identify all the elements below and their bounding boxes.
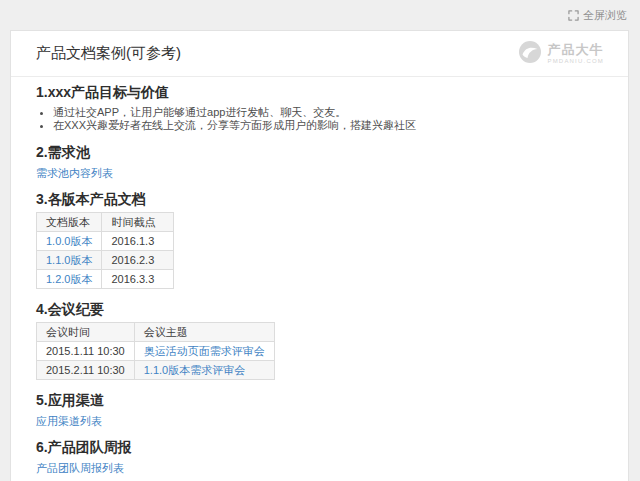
table-row: 1.1.0版本 2016.2.3 <box>37 251 174 270</box>
table-cell: 2016.2.3 <box>102 251 174 270</box>
goals-bullet-list: 通过社交APP，让用户能够通过app进行发帖、聊天、交友。 在XXX兴趣爱好者在… <box>36 106 603 132</box>
list-item: 通过社交APP，让用户能够通过app进行发帖、聊天、交友。 <box>53 106 603 119</box>
table-row: 2015.1.11 10:30 奥运活动页面需求评审会 <box>37 342 275 361</box>
version-doc-link[interactable]: 1.0.0版本 <box>46 235 92 247</box>
column-header: 文档版本 <box>37 213 102 232</box>
document-card: 产品文档案例(可参考) 产品大牛 PMDANIU.COM 1.xxx产品目标与价… <box>10 30 629 481</box>
version-doc-link[interactable]: 1.1.0版本 <box>46 254 92 266</box>
section-heading-channels: 5.应用渠道 <box>36 393 603 408</box>
version-docs-table: 文档版本 时间截点 1.0.0版本 2016.1.3 1.1.0版本 2016.… <box>36 212 174 289</box>
section-heading-weekly: 6.产品团队周报 <box>36 440 603 455</box>
column-header: 时间截点 <box>102 213 174 232</box>
fullscreen-label: 全屏浏览 <box>583 8 627 23</box>
meeting-link[interactable]: 1.1.0版本需求评审会 <box>144 364 245 376</box>
card-header: 产品文档案例(可参考) 产品大牛 PMDANIU.COM <box>11 31 628 77</box>
page: 全屏浏览 产品文档案例(可参考) 产品大牛 PMDANIU.COM 1.xxx产 <box>0 0 640 481</box>
logo-text: 产品大牛 <box>547 43 604 56</box>
fullscreen-expand-icon <box>568 10 579 21</box>
table-cell: 2015.2.11 10:30 <box>37 361 135 380</box>
column-header: 会议主题 <box>134 323 274 342</box>
version-doc-link[interactable]: 1.2.0版本 <box>46 273 92 285</box>
logo-subtext: PMDANIU.COM <box>547 58 604 64</box>
meetings-table: 会议时间 会议主题 2015.1.11 10:30 奥运活动页面需求评审会 20… <box>36 322 275 380</box>
table-header-row: 文档版本 时间截点 <box>37 213 174 232</box>
channels-link[interactable]: 应用渠道列表 <box>36 415 102 427</box>
logo-text-block: 产品大牛 PMDANIU.COM <box>547 43 604 64</box>
section-heading-meetings: 4.会议纪要 <box>36 302 603 317</box>
demand-pool-link[interactable]: 需求池内容列表 <box>36 167 113 179</box>
table-header-row: 会议时间 会议主题 <box>37 323 275 342</box>
pmdaniu-logo: 产品大牛 PMDANIU.COM <box>518 40 604 68</box>
topbar: 全屏浏览 <box>0 0 640 30</box>
weekly-report-link[interactable]: 产品团队周报列表 <box>36 462 124 474</box>
fullscreen-button[interactable]: 全屏浏览 <box>568 8 627 23</box>
table-cell: 2016.3.3 <box>102 270 174 289</box>
document-content: 1.xxx产品目标与价值 通过社交APP，让用户能够通过app进行发帖、聊天、交… <box>11 85 628 474</box>
table-row: 2015.2.11 10:30 1.1.0版本需求评审会 <box>37 361 275 380</box>
table-cell: 2015.1.11 10:30 <box>37 342 135 361</box>
list-item: 在XXX兴趣爱好者在线上交流，分享等方面形成用户的影响，搭建兴趣社区 <box>53 119 603 132</box>
section-heading-demand-pool: 2.需求池 <box>36 145 603 160</box>
section-heading-goals: 1.xxx产品目标与价值 <box>36 85 603 100</box>
meeting-link[interactable]: 奥运活动页面需求评审会 <box>144 345 265 357</box>
pmdaniu-logo-icon <box>518 40 542 68</box>
table-row: 1.0.0版本 2016.1.3 <box>37 232 174 251</box>
page-title: 产品文档案例(可参考) <box>36 44 181 63</box>
section-heading-version-docs: 3.各版本产品文档 <box>36 192 603 207</box>
column-header: 会议时间 <box>37 323 135 342</box>
table-cell: 2016.1.3 <box>102 232 174 251</box>
table-row: 1.2.0版本 2016.3.3 <box>37 270 174 289</box>
